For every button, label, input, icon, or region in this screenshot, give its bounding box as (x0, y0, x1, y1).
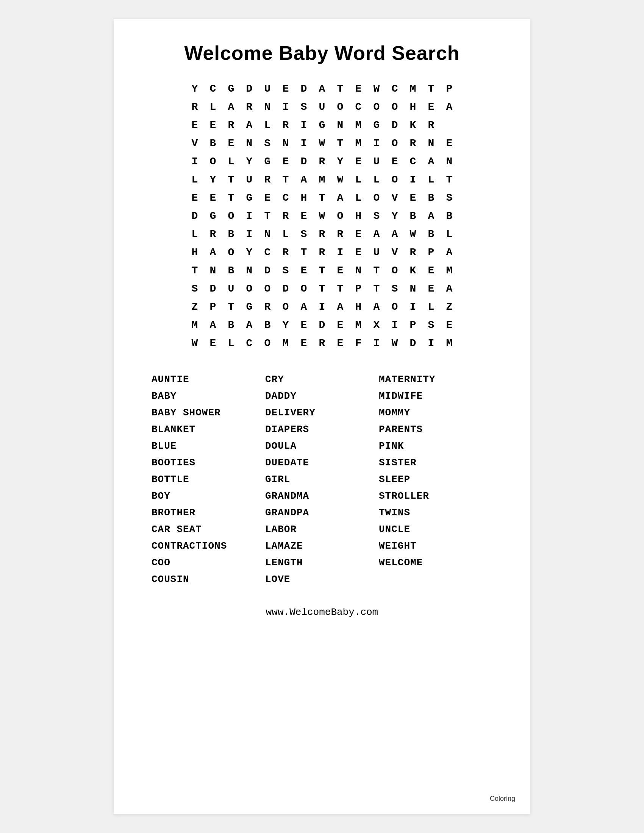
grid-cell: D (277, 280, 295, 298)
grid-cell: R (204, 225, 222, 243)
grid-cell: C (349, 98, 367, 116)
grid-cell: U (258, 79, 277, 98)
grid-cell: E (295, 207, 313, 225)
grid-cell: W (331, 170, 349, 188)
grid-cell: N (240, 134, 258, 152)
grid-cell: M (440, 334, 458, 352)
grid-cell: N (440, 152, 458, 170)
page: Welcome Baby Word Search YCGDUEDATEWCMTP… (114, 19, 530, 814)
grid-cell: W (404, 225, 422, 243)
footer-url: www.WelcomeBaby.com (144, 606, 500, 618)
grid-cell: L (349, 170, 367, 188)
grid-cell: L (222, 334, 240, 352)
grid-cell: E (295, 334, 313, 352)
grid-cell: W (186, 334, 204, 352)
grid-cell: N (331, 116, 349, 134)
grid-cell: M (313, 170, 331, 188)
grid-cell: S (386, 280, 404, 298)
grid-cell: E (440, 316, 458, 334)
grid-cell: E (422, 280, 440, 298)
grid-cell: R (240, 98, 258, 116)
grid-cell: P (404, 316, 422, 334)
word-item: COO (151, 554, 265, 571)
word-item: SLEEP (379, 471, 493, 488)
grid-cell: Y (386, 207, 404, 225)
grid-cell: G (240, 298, 258, 316)
grid-cell: B (422, 188, 440, 207)
grid-cell: O (277, 298, 295, 316)
grid-cell: O (386, 261, 404, 280)
grid-cell: B (422, 225, 440, 243)
grid-cell: R (186, 98, 204, 116)
grid-cell: T (313, 188, 331, 207)
word-item: TWINS (379, 504, 493, 521)
word-item: BROTHER (151, 504, 265, 521)
grid-cell: I (295, 134, 313, 152)
grid-cell: D (240, 79, 258, 98)
grid-cell: A (367, 225, 386, 243)
grid-cell: E (349, 152, 367, 170)
grid-cell: L (422, 170, 440, 188)
word-column-2: CRYDADDYDELIVERYDIAPERSDOULADUEDATEGIRLG… (265, 371, 379, 588)
grid-cell: D (295, 79, 313, 98)
grid-cell: I (186, 152, 204, 170)
grid-cell: A (331, 188, 349, 207)
grid-cell: D (386, 116, 404, 134)
grid-cell: L (186, 170, 204, 188)
grid-cell: E (349, 243, 367, 261)
grid-cell: G (367, 116, 386, 134)
grid-cell: B (222, 225, 240, 243)
grid-cell: A (386, 225, 404, 243)
word-item: BABY SHOWER (151, 404, 265, 421)
grid-cell: S (295, 98, 313, 116)
word-item: BLUE (151, 438, 265, 454)
grid-cell: E (422, 98, 440, 116)
grid-cell: E (186, 188, 204, 207)
grid-cell: R (277, 116, 295, 134)
grid-cell: P (440, 79, 458, 98)
grid-cell: E (277, 152, 295, 170)
word-item: UNCLE (379, 521, 493, 538)
word-item: LABOR (265, 521, 379, 538)
grid-cell: K (404, 261, 422, 280)
grid-cell: T (422, 79, 440, 98)
grid-cell: I (331, 243, 349, 261)
grid-cell: E (295, 316, 313, 334)
word-item: PINK (379, 438, 493, 454)
grid-cell: T (313, 261, 331, 280)
grid-cell: U (313, 98, 331, 116)
grid-cell: R (313, 334, 331, 352)
grid-cell: T (331, 134, 349, 152)
grid-cell: T (313, 280, 331, 298)
grid-cell: M (186, 316, 204, 334)
grid-cell: W (313, 134, 331, 152)
grid-cell: T (331, 79, 349, 98)
grid-cell: H (404, 98, 422, 116)
grid-cell: L (186, 225, 204, 243)
word-item: GRANDPA (265, 504, 379, 521)
grid-cell: A (204, 316, 222, 334)
grid-cell: R (277, 243, 295, 261)
word-item: PARENTS (379, 421, 493, 438)
grid-cell: V (186, 134, 204, 152)
grid-cell: Y (277, 316, 295, 334)
grid-cell: S (440, 188, 458, 207)
grid-cell: I (404, 298, 422, 316)
grid-cell: X (367, 316, 386, 334)
word-item: DADDY (265, 388, 379, 404)
grid-cell: E (258, 188, 277, 207)
grid-cell: E (440, 134, 458, 152)
grid-cell: E (331, 261, 349, 280)
grid-cell: O (367, 98, 386, 116)
grid-cell: P (422, 243, 440, 261)
word-item: AUNTIE (151, 371, 265, 388)
grid-cell: N (277, 134, 295, 152)
word-item: LENGTH (265, 554, 379, 571)
grid-cell: A (422, 207, 440, 225)
grid-cell: N (349, 261, 367, 280)
word-item: LAMAZE (265, 538, 379, 554)
word-list: AUNTIEBABYBABY SHOWERBLANKETBLUEBOOTIESB… (144, 371, 500, 588)
grid-cell: O (222, 207, 240, 225)
grid-cell: D (313, 316, 331, 334)
grid-cell: L (277, 225, 295, 243)
